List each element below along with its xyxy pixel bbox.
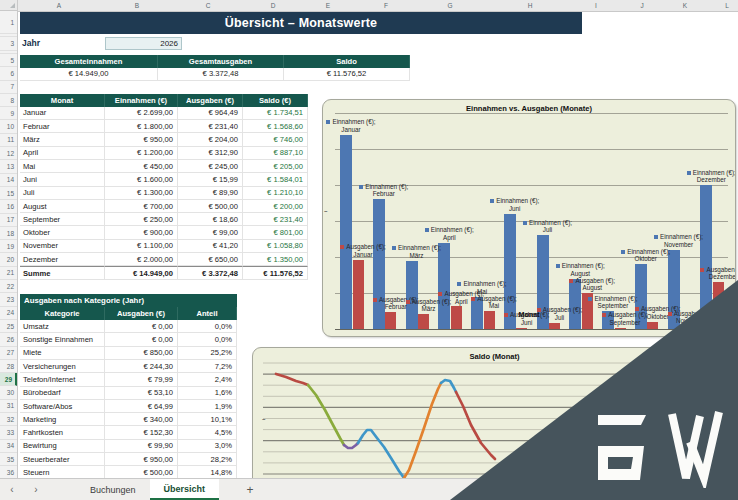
cell-anteil[interactable]: 4,5% (178, 426, 237, 439)
cell-kat-ausgaben[interactable]: € 152,30 (105, 426, 178, 439)
cell-anteil[interactable]: 3,0% (178, 440, 237, 453)
column-header-A[interactable]: A (57, 0, 61, 11)
cell-einnahmen[interactable]: € 250,00 (105, 213, 178, 226)
column-header-I[interactable]: I (595, 0, 597, 11)
summary-header-cell[interactable]: Gesamteinnahmen (20, 55, 158, 68)
cell-kat-ausgaben[interactable]: € 79,99 (105, 373, 178, 386)
cell-month[interactable]: April (20, 147, 105, 160)
row-headers[interactable]: 1356789101112131415161718192021222324252… (0, 11, 18, 478)
cell-ausgaben[interactable]: € 245,00 (178, 160, 243, 173)
row-header-33[interactable]: 33 (0, 426, 17, 439)
row-header-29[interactable]: 29 (0, 373, 17, 386)
cell-saldo[interactable]: € 801,00 (243, 226, 308, 239)
column-header-D[interactable]: D (271, 0, 276, 11)
cell-anteil[interactable]: 10,1% (178, 413, 237, 426)
cell-kategorie[interactable]: Marketing (20, 413, 105, 426)
cell-ausgaben[interactable]: € 41,20 (178, 240, 243, 253)
column-header-J[interactable]: J (640, 0, 643, 11)
row-header-26[interactable]: 26 (0, 333, 17, 346)
row-header-6[interactable]: 6 (0, 67, 17, 80)
row-header-19[interactable]: 19 (0, 240, 17, 253)
row-header-20[interactable]: 20 (0, 254, 17, 267)
row-header-18[interactable]: 18 (0, 227, 17, 240)
cell-ausgaben[interactable]: € 15,99 (178, 173, 243, 186)
cell-saldo[interactable]: € 1.350,00 (243, 253, 308, 266)
cell-saldo[interactable]: € 1.210,10 (243, 187, 308, 200)
monthly-header-cell[interactable]: Einnahmen (€) (105, 94, 178, 107)
cell-total[interactable]: Summe (20, 266, 105, 279)
cell-kat-ausgaben[interactable]: € 99,90 (105, 440, 178, 453)
cell-kategorie[interactable]: Bewirtung (20, 440, 105, 453)
cell-kat-ausgaben[interactable]: € 340,00 (105, 413, 178, 426)
cell-month[interactable]: Juli (20, 187, 105, 200)
cell-saldo[interactable]: € 1.584,01 (243, 173, 308, 186)
cell-ausgaben[interactable]: € 964,49 (178, 107, 243, 120)
column-header-G[interactable]: G (447, 0, 452, 11)
cell-saldo[interactable]: € 205,00 (243, 160, 308, 173)
cell-month[interactable]: Dezember (20, 253, 105, 266)
cell-month[interactable]: Mai (20, 160, 105, 173)
cell-saldo[interactable]: € 231,40 (243, 213, 308, 226)
row-header-15[interactable]: 15 (0, 187, 17, 200)
column-header-E[interactable]: E (326, 0, 330, 11)
cell-saldo[interactable]: € 1.058,80 (243, 240, 308, 253)
cell-einnahmen[interactable]: € 1.600,00 (105, 173, 178, 186)
row-header-12[interactable]: 12 (0, 147, 17, 160)
cell-anteil[interactable]: 1,9% (178, 400, 237, 413)
cell-einnahmen[interactable]: € 700,00 (105, 200, 178, 213)
column-header-H[interactable]: H (528, 0, 533, 11)
cell-month[interactable]: Februar (20, 120, 105, 133)
cell-anteil[interactable]: 7,2% (178, 360, 237, 373)
row-header-23[interactable]: 23 (0, 293, 17, 306)
cell-kategorie[interactable]: Umsatz (20, 320, 105, 333)
row-header-17[interactable]: 17 (0, 214, 17, 227)
cell-ausgaben[interactable]: € 204,00 (178, 133, 243, 146)
next-sheet-arrow[interactable]: › (24, 479, 48, 500)
cell-total[interactable]: € 11.576,52 (243, 266, 308, 279)
row-header-9[interactable]: 9 (0, 107, 17, 120)
cell-anteil[interactable]: 0,0% (178, 333, 237, 346)
monthly-header-cell[interactable]: Monat (20, 94, 105, 107)
cell-saldo[interactable]: € 200,00 (243, 200, 308, 213)
cell-ausgaben[interactable]: € 500,00 (178, 200, 243, 213)
cell-kat-ausgaben[interactable]: € 0,00 (105, 320, 178, 333)
row-header-21[interactable]: 21 (0, 267, 17, 280)
bar-chart[interactable]: Einnahmen vs. Ausgaben (Monate) Einnahme… (322, 99, 736, 337)
cell-ausgaben[interactable]: € 231,40 (178, 120, 243, 133)
cell-anteil[interactable]: 1,6% (178, 387, 237, 400)
sheet-tab-übersicht[interactable]: Übersicht (150, 479, 220, 500)
summary-value-cell[interactable]: € 3.372,48 (158, 68, 284, 81)
cell-month[interactable]: August (20, 200, 105, 213)
cell-ausgaben[interactable]: € 650,00 (178, 253, 243, 266)
row-header-35[interactable]: 35 (0, 453, 17, 466)
column-header-B[interactable]: B (135, 0, 139, 11)
cell-kat-ausgaben[interactable]: € 64,99 (105, 400, 178, 413)
cell-anteil[interactable]: 0,0% (178, 320, 237, 333)
cell-einnahmen[interactable]: € 1.100,00 (105, 240, 178, 253)
row-header-8[interactable]: 8 (0, 94, 17, 107)
row-header-30[interactable]: 30 (0, 387, 17, 400)
monthly-header-cell[interactable]: Ausgaben (€) (178, 94, 243, 107)
cell-total[interactable]: € 14.949,00 (105, 266, 178, 279)
cell-einnahmen[interactable]: € 1.200,00 (105, 147, 178, 160)
column-header-L[interactable]: L (725, 0, 729, 11)
cell-anteil[interactable]: 28,2% (178, 453, 237, 466)
monthly-header-cell[interactable]: Saldo (€) (243, 94, 308, 107)
cell-kategorie[interactable]: Miete (20, 347, 105, 360)
column-header-K[interactable]: K (683, 0, 687, 11)
cell-einnahmen[interactable]: € 450,00 (105, 160, 178, 173)
row-header-22[interactable]: 22 (0, 280, 17, 293)
cell-kategorie[interactable]: Telefon/Internet (20, 373, 105, 386)
cell-anteil[interactable]: 2,4% (178, 373, 237, 386)
sheet-title-cell[interactable]: Übersicht – Monatswerte (20, 12, 582, 34)
row-header-11[interactable]: 11 (0, 134, 17, 147)
cell-saldo[interactable]: € 1.734,51 (243, 107, 308, 120)
cell-kategorie[interactable]: Fahrtkosten (20, 426, 105, 439)
cell-kategorie[interactable]: Sonstige Einnahmen (20, 333, 105, 346)
row-header-10[interactable]: 10 (0, 121, 17, 134)
row-header-34[interactable]: 34 (0, 440, 17, 453)
cell-total[interactable]: € 3.372,48 (178, 266, 243, 279)
cell-ausgaben[interactable]: € 312,90 (178, 147, 243, 160)
cell-kat-ausgaben[interactable]: € 950,00 (105, 453, 178, 466)
cell-kat-ausgaben[interactable]: € 850,00 (105, 347, 178, 360)
